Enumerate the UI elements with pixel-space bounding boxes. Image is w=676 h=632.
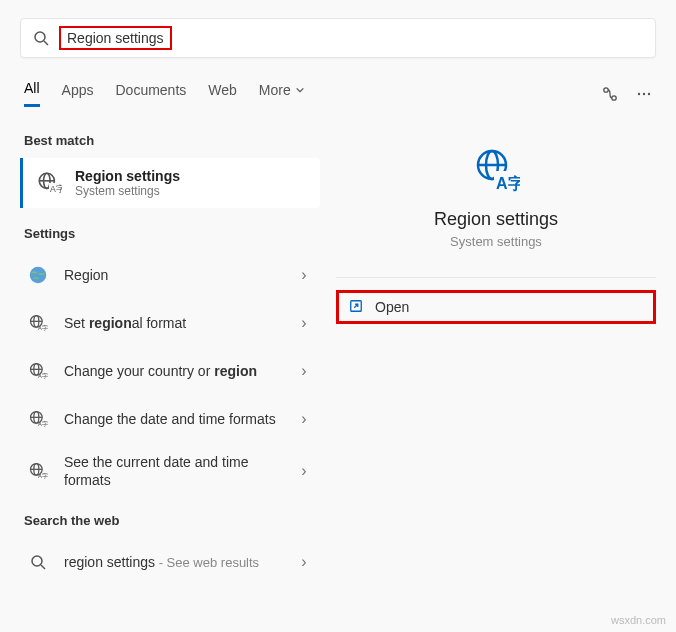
results-panel: Best match A字 Region settings System set…	[20, 125, 320, 586]
search-web-label: Search the web	[24, 513, 320, 528]
web-result-label: region settings - See web results	[64, 554, 284, 570]
detail-panel: A字 Region settings System settings Open	[336, 125, 656, 586]
watermark: wsxdn.com	[611, 614, 666, 626]
svg-text:A字: A字	[38, 372, 48, 379]
more-options-icon[interactable]	[636, 86, 652, 102]
detail-title: Region settings	[434, 209, 558, 230]
tab-documents[interactable]: Documents	[115, 82, 186, 106]
globe-language-icon: A字	[472, 147, 520, 195]
chevron-right-icon: ›	[296, 462, 312, 480]
detail-sub: System settings	[450, 234, 542, 249]
settings-item-datetime-format[interactable]: A字 Change the date and time formats ›	[20, 395, 320, 443]
globe-icon	[24, 261, 52, 289]
globe-language-icon: A字	[24, 309, 52, 337]
svg-point-0	[35, 32, 45, 42]
globe-language-icon: A字	[24, 357, 52, 385]
chevron-right-icon: ›	[296, 410, 312, 428]
chevron-right-icon: ›	[296, 362, 312, 380]
settings-label: Settings	[24, 226, 320, 241]
divider	[336, 277, 656, 278]
svg-text:A字: A字	[38, 324, 48, 331]
regional-format-label: Set regional format	[64, 315, 284, 331]
filter-tabs: All Apps Documents Web More	[20, 80, 656, 107]
chevron-right-icon: ›	[296, 314, 312, 332]
settings-item-current-datetime[interactable]: A字 See the current date and time formats…	[20, 443, 320, 499]
tab-more-label: More	[259, 82, 291, 98]
best-match-item[interactable]: A字 Region settings System settings	[20, 158, 320, 208]
settings-item-region[interactable]: Region ›	[20, 251, 320, 299]
svg-text:A字: A字	[38, 472, 48, 479]
svg-point-29	[32, 556, 42, 566]
web-result-item[interactable]: region settings - See web results ›	[20, 538, 320, 586]
tab-more[interactable]: More	[259, 82, 305, 106]
region-label: Region	[64, 267, 284, 283]
search-bar[interactable]: Region settings	[20, 18, 656, 58]
svg-point-12	[30, 267, 47, 284]
tab-web[interactable]: Web	[208, 82, 237, 106]
search-input[interactable]: Region settings	[59, 26, 172, 50]
open-button[interactable]: Open	[336, 290, 656, 324]
svg-point-3	[612, 95, 616, 99]
svg-line-1	[44, 41, 48, 45]
search-icon	[24, 548, 52, 576]
svg-point-4	[638, 92, 640, 94]
open-external-icon	[349, 299, 365, 315]
globe-language-icon: A字	[24, 457, 52, 485]
settings-item-country[interactable]: A字 Change your country or region ›	[20, 347, 320, 395]
current-datetime-label: See the current date and time formats	[64, 453, 284, 489]
open-label: Open	[375, 299, 409, 315]
best-match-sub: System settings	[75, 184, 180, 198]
tab-all[interactable]: All	[24, 80, 40, 107]
best-match-label: Best match	[24, 133, 320, 148]
datetime-label: Change the date and time formats	[64, 411, 284, 427]
svg-text:A字: A字	[38, 420, 48, 427]
chevron-down-icon	[295, 85, 305, 95]
globe-language-icon: A字	[24, 405, 52, 433]
globe-language-icon: A字	[35, 169, 63, 197]
chevron-right-icon: ›	[296, 266, 312, 284]
svg-text:A字: A字	[496, 174, 520, 192]
best-match-title: Region settings	[75, 168, 180, 184]
settings-item-regional-format[interactable]: A字 Set regional format ›	[20, 299, 320, 347]
svg-text:A字: A字	[50, 184, 62, 194]
svg-point-6	[648, 92, 650, 94]
svg-point-2	[604, 87, 608, 91]
flow-icon[interactable]	[602, 86, 618, 102]
search-icon	[33, 30, 51, 46]
chevron-right-icon: ›	[296, 553, 312, 571]
svg-point-5	[643, 92, 645, 94]
svg-line-30	[41, 565, 45, 569]
tab-apps[interactable]: Apps	[62, 82, 94, 106]
country-label: Change your country or region	[64, 363, 284, 379]
